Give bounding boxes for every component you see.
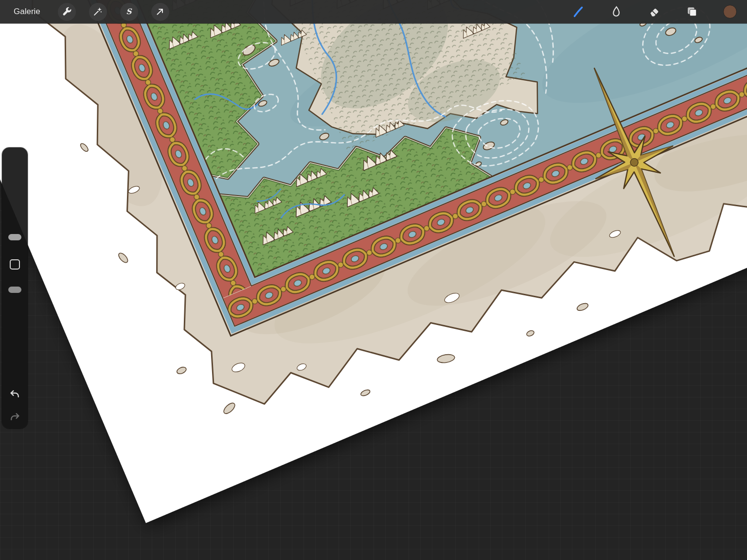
gallery-button[interactable]: Galerie: [11, 6, 43, 17]
sidebar-toolbar: [2, 147, 28, 429]
top-toolbar: Galerie S: [0, 0, 747, 23]
canvas-artwork-group: [0, 0, 747, 523]
redo-icon: [8, 411, 21, 424]
eraser-icon: [647, 5, 661, 18]
actions-button[interactable]: [58, 3, 76, 21]
selection-s-icon: S: [124, 6, 134, 17]
adjustments-button[interactable]: [89, 3, 107, 21]
undo-icon: [8, 388, 21, 401]
smudge-icon: [609, 5, 623, 18]
selection-button[interactable]: S: [120, 3, 138, 21]
undo-button[interactable]: [8, 388, 21, 401]
brush-size-slider-handle[interactable]: [8, 234, 21, 240]
procreate-workspace: Galerie S: [0, 0, 747, 560]
layers-icon: [685, 5, 699, 18]
paint-tool-button[interactable]: [570, 3, 587, 20]
color-swatch: [723, 4, 737, 19]
brush-stroke-icon: [571, 5, 585, 18]
redo-button[interactable]: [8, 411, 21, 424]
wrench-icon: [61, 6, 72, 17]
transform-button[interactable]: [151, 3, 169, 21]
opacity-slider-handle[interactable]: [8, 287, 21, 293]
layers-button[interactable]: [684, 3, 700, 20]
svg-text:S: S: [126, 7, 133, 16]
drawing-canvas[interactable]: [0, 0, 747, 560]
paint-tools-group: [570, 3, 738, 20]
magic-wand-icon: [92, 6, 103, 17]
erase-tool-button[interactable]: [646, 3, 662, 20]
smudge-tool-button[interactable]: [608, 3, 624, 20]
modify-button[interactable]: [10, 259, 20, 270]
transform-arrow-icon: [155, 6, 165, 17]
color-swatch-button[interactable]: [722, 3, 738, 20]
